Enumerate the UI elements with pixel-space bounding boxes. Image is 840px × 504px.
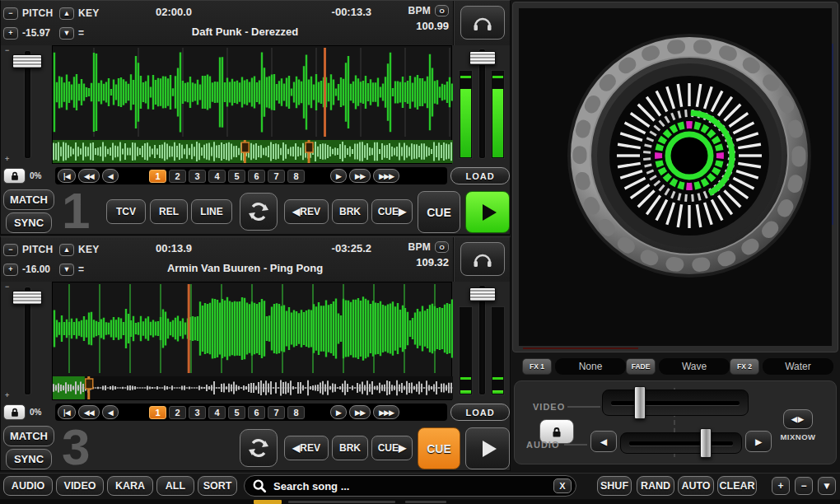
fade-value[interactable]: Wave <box>659 358 730 375</box>
pitch-slider-handle[interactable] <box>12 54 42 68</box>
fx1-button[interactable]: FX 1 <box>522 358 552 375</box>
hotcue-button[interactable]: 7 <box>268 170 285 183</box>
hotcue-button[interactable]: 2 <box>169 170 186 183</box>
hotcue-button[interactable]: 4 <box>208 170 226 183</box>
audio-fade-left-button[interactable]: ◀ <box>590 431 617 452</box>
sort-button[interactable]: SORT <box>198 476 237 496</box>
bpm-tap-button[interactable]: O <box>435 5 449 16</box>
skip-start-button[interactable]: |◀ <box>58 405 76 419</box>
automix-button[interactable]: AUTO <box>678 476 714 496</box>
pitch-slider-handle[interactable] <box>12 291 42 305</box>
hotcue-button[interactable]: 8 <box>287 406 305 419</box>
audio-fade-right-button[interactable]: ▶ <box>745 431 772 452</box>
bpm-tap-button[interactable]: O <box>435 241 449 253</box>
cue-button[interactable]: CUE <box>418 191 460 233</box>
key-down-button[interactable]: ▼ <box>59 264 74 276</box>
cue-step-button[interactable]: CUE▶ <box>371 199 413 224</box>
search-input[interactable] <box>272 479 553 493</box>
line-mode-button[interactable]: LINE <box>191 199 232 224</box>
video-crossfader[interactable] <box>602 390 749 416</box>
pitch-minus-button[interactable]: − <box>3 7 18 20</box>
cue-button[interactable]: CUE <box>418 427 460 469</box>
key-up-button[interactable]: ▲ <box>59 7 74 20</box>
hotcue-button[interactable]: 6 <box>248 170 265 183</box>
key-up-button[interactable]: ▲ <box>59 244 74 256</box>
loop-button[interactable] <box>240 193 278 231</box>
clear-list-button[interactable]: CLEAR <box>717 476 757 496</box>
step-forward-button[interactable]: ▶ <box>330 169 347 183</box>
reverse-button[interactable]: ◀REV <box>284 199 329 224</box>
key-down-button[interactable]: ▼ <box>59 27 74 40</box>
rewind-button[interactable]: ◀◀ <box>78 405 100 419</box>
pitch-plus-button[interactable]: + <box>3 264 18 276</box>
fx2-value[interactable]: Water <box>763 358 833 375</box>
lock-button[interactable] <box>3 404 26 420</box>
skip-end-button[interactable]: ▶▶▶ <box>373 405 399 419</box>
add-button[interactable]: + <box>772 477 790 495</box>
lock-button[interactable] <box>3 168 26 184</box>
loop-button[interactable] <box>240 429 278 467</box>
filter-audio-button[interactable]: AUDIO <box>3 476 53 496</box>
fast-forward-button[interactable]: ▶▶ <box>349 405 371 419</box>
fx2-button[interactable]: FX 2 <box>730 358 759 375</box>
overview-waveform[interactable] <box>53 376 453 399</box>
main-waveform[interactable] <box>53 46 453 138</box>
volume-slider-track[interactable] <box>478 285 486 395</box>
mixnow-button[interactable]: ◀▶ <box>783 409 813 429</box>
remove-button[interactable]: − <box>795 477 813 495</box>
pitch-slider[interactable]: − + <box>1 45 52 164</box>
play-button[interactable] <box>465 191 510 233</box>
tcv-mode-button[interactable]: TCV <box>106 199 146 224</box>
fast-forward-button[interactable]: ▶▶ <box>349 169 371 183</box>
rewind-button[interactable]: ◀◀ <box>78 169 100 183</box>
cue-step-button[interactable]: CUE▶ <box>371 436 413 460</box>
rel-mode-button[interactable]: REL <box>150 199 188 224</box>
hotcue-button[interactable]: 5 <box>228 170 245 183</box>
video-crossfader-handle[interactable] <box>634 386 646 419</box>
clear-search-button[interactable]: X <box>553 478 572 493</box>
random-button[interactable]: RAND <box>637 476 674 496</box>
pitch-lock[interactable]: 0% <box>3 404 41 420</box>
step-back-button[interactable]: ◀ <box>102 169 119 183</box>
fx1-value[interactable]: None <box>555 358 626 375</box>
load-button[interactable]: LOAD <box>450 404 510 421</box>
match-button[interactable]: MATCH <box>3 189 54 210</box>
reverse-button[interactable]: ◀REV <box>284 436 329 460</box>
audio-crossfader-handle[interactable] <box>700 428 712 458</box>
hotcue-button[interactable]: 1 <box>149 406 166 419</box>
hotcue-button[interactable]: 3 <box>189 406 206 419</box>
skip-start-button[interactable]: |◀ <box>58 169 76 183</box>
match-button[interactable]: MATCH <box>3 426 54 446</box>
volume-slider-track[interactable] <box>478 49 486 159</box>
pitch-slider[interactable]: − + <box>1 282 52 400</box>
volume-slider-handle[interactable] <box>469 51 496 65</box>
volume-slider-handle[interactable] <box>469 287 496 301</box>
shuffle-button[interactable]: SHUF <box>597 476 632 496</box>
sync-button[interactable]: SYNC <box>6 449 52 469</box>
hotcue-button[interactable]: 7 <box>268 406 285 419</box>
hotcue-button[interactable]: 2 <box>169 406 186 419</box>
hotcue-button[interactable]: 3 <box>189 170 206 183</box>
sync-button[interactable]: SYNC <box>6 212 52 233</box>
step-back-button[interactable]: ◀ <box>102 405 119 419</box>
skip-end-button[interactable]: ▶▶▶ <box>373 169 399 183</box>
overview-waveform[interactable] <box>53 140 453 163</box>
dropdown-button[interactable]: ▼ <box>818 477 836 495</box>
filter-video-button[interactable]: VIDEO <box>56 476 104 496</box>
hotcue-button[interactable]: 4 <box>208 406 226 419</box>
hotcue-button[interactable]: 5 <box>228 406 245 419</box>
brake-button[interactable]: BRK <box>332 436 368 460</box>
step-forward-button[interactable]: ▶ <box>330 405 347 419</box>
waveform-display[interactable] <box>52 282 452 400</box>
hotcue-button[interactable]: 8 <box>287 170 305 183</box>
pitch-plus-button[interactable]: + <box>3 27 18 40</box>
filter-karaoke-button[interactable]: KARA <box>107 476 153 496</box>
load-button[interactable]: LOAD <box>450 167 510 184</box>
play-button[interactable] <box>465 427 510 469</box>
audio-crossfader[interactable] <box>620 432 742 454</box>
brake-button[interactable]: BRK <box>332 199 368 224</box>
jog-wheel[interactable] <box>566 32 813 279</box>
fade-button[interactable]: FADE <box>626 358 656 375</box>
pitch-minus-button[interactable]: − <box>3 244 18 256</box>
headphones-cue-button[interactable] <box>460 6 505 40</box>
